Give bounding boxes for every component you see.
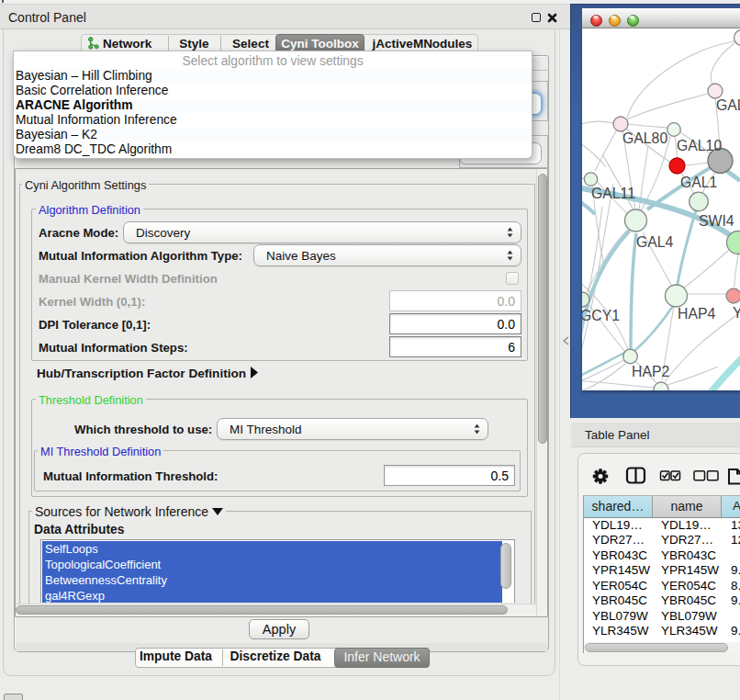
- svg-text:GAL80: GAL80: [622, 130, 667, 146]
- svg-text:GAL: GAL: [716, 97, 740, 113]
- svg-text:GAL4: GAL4: [636, 234, 674, 250]
- svg-text:SWI4: SWI4: [699, 213, 734, 229]
- svg-text:GAL10: GAL10: [677, 138, 722, 153]
- svg-text:HAP2: HAP2: [632, 364, 669, 379]
- svg-text:GAL11: GAL11: [591, 186, 635, 201]
- svg-text:HAP4: HAP4: [678, 306, 715, 322]
- svg-text:Y: Y: [733, 305, 740, 321]
- svg-text:GCY1: GCY1: [582, 308, 620, 323]
- svg-text:GAL1: GAL1: [680, 175, 718, 190]
